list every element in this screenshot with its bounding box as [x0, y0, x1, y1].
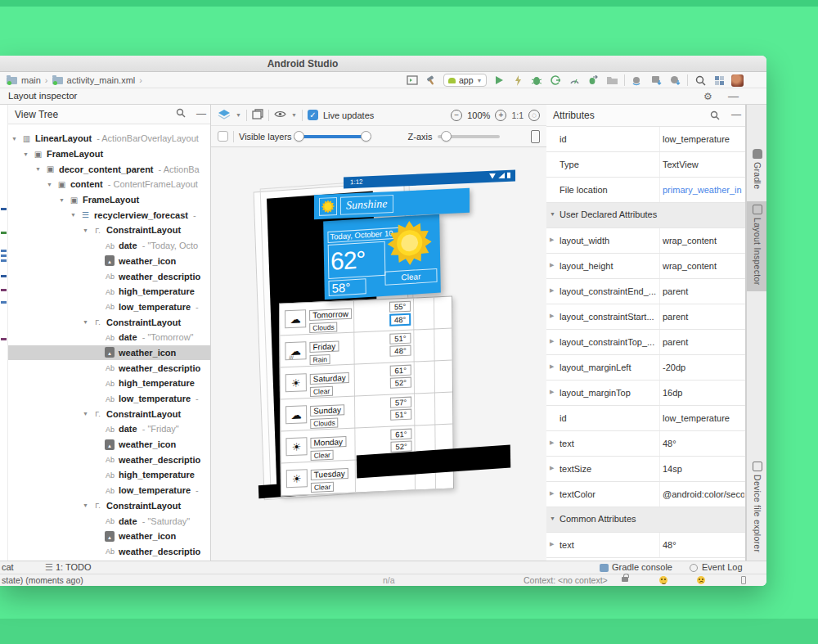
test-runner-icon[interactable]	[587, 74, 600, 87]
zoom-out-icon[interactable]: −	[451, 110, 462, 121]
tree-node[interactable]: ▼ content - ContentFrameLayout	[8, 177, 210, 192]
attribute-value[interactable]: low_temperature	[663, 134, 744, 144]
attribute-value[interactable]: 48°	[663, 540, 744, 550]
forecast-low-temp[interactable]: 52°	[390, 377, 411, 389]
attribute-value[interactable]: wrap_content	[663, 261, 744, 271]
tree-node[interactable]: ▼ ConstraintLayout	[8, 498, 210, 514]
user-avatar[interactable]	[731, 74, 744, 87]
device-orientation-icon[interactable]	[531, 130, 540, 143]
attribute-value[interactable]: parent	[663, 286, 744, 296]
chevron-down-icon[interactable]: ▼	[236, 112, 241, 118]
search-icon[interactable]	[710, 110, 720, 123]
attribute-row[interactable]: ▶ layout_width wrap_content	[546, 228, 745, 254]
forecast-low-temp[interactable]: 52°	[390, 441, 411, 453]
hide-panel-icon[interactable]: —	[196, 108, 206, 119]
attribute-value[interactable]: parent	[663, 312, 744, 322]
apply-changes-icon[interactable]	[511, 74, 524, 87]
expand-arrow-icon[interactable]: ▶	[550, 490, 554, 497]
tab-gradle-console[interactable]: Gradle console	[612, 562, 672, 572]
visible-layers-slider[interactable]	[297, 135, 369, 138]
expand-arrow-icon[interactable]: ▼	[35, 166, 44, 172]
tab-layout-inspector[interactable]: Layout inspector	[8, 91, 77, 101]
zoom-fit-icon[interactable]: ◌	[528, 110, 540, 121]
tree-node[interactable]: ▼ weather_icon	[8, 529, 210, 544]
expand-arrow-icon[interactable]: ▶	[550, 389, 554, 395]
attribute-value[interactable]: 48°	[663, 439, 744, 448]
expand-arrow-icon[interactable]: ▶	[550, 439, 554, 446]
today-weather-card-layer[interactable]: Today, October 10 62° 58° Clear	[323, 214, 441, 300]
window-titlebar[interactable]: Android Studio	[0, 56, 766, 72]
tree-node[interactable]: ▼ low_temperature -	[8, 391, 210, 407]
breadcrumb-file[interactable]: activity_main.xml	[67, 75, 136, 85]
tab-layout-inspector-side[interactable]: Layout Inspector	[747, 201, 766, 291]
tab-logcat[interactable]: cat	[2, 562, 14, 572]
expand-arrow-icon[interactable]: ▼	[83, 411, 92, 417]
expand-arrow-icon[interactable]: ▼	[11, 136, 20, 142]
expand-arrow-icon[interactable]: ▼	[47, 182, 56, 187]
slider-knob-right[interactable]	[361, 131, 371, 142]
snapshot-icon[interactable]	[252, 108, 263, 123]
tree-node[interactable]: ▼ recyclerview_forecast -	[8, 207, 210, 223]
visibility-eye-icon[interactable]	[274, 110, 286, 121]
expand-arrow-icon[interactable]: ▶	[550, 287, 554, 294]
attribute-value[interactable]: -20dp	[663, 363, 744, 372]
attribute-value[interactable]: 14sp	[663, 464, 744, 474]
tree-node[interactable]: ▼ date - "Tomorrow"	[8, 330, 210, 345]
zoom-actual-size[interactable]: 1:1	[511, 110, 524, 120]
slider-knob-left[interactable]	[294, 131, 304, 142]
sdk-manager-icon[interactable]	[649, 74, 663, 87]
tab-device-file-explorer[interactable]: Device file explorer	[747, 458, 766, 558]
happy-feedback-icon[interactable]	[659, 576, 667, 584]
layer-checkbox[interactable]	[218, 131, 228, 142]
expand-arrow-icon[interactable]: ▼	[23, 151, 32, 157]
attribute-row[interactable]: ▶ layout_constraintStart... parent	[546, 304, 745, 330]
attribute-row[interactable]: ▶ layout_height wrap_content	[546, 254, 745, 279]
expand-arrow-icon[interactable]: ▶	[550, 465, 554, 471]
attribute-row[interactable]: ▶ Type TextView	[546, 152, 745, 178]
tree-node[interactable]: ▼ high_temperature	[8, 467, 210, 483]
tree-node[interactable]: ▼ weather_descriptio	[8, 268, 210, 284]
expand-arrow-icon[interactable]: ▶	[550, 363, 554, 370]
attribute-value[interactable]: wrap_content	[663, 236, 744, 245]
attribute-row[interactable]: ▶ File location primary_weather_in	[546, 178, 745, 203]
tree-node[interactable]: ▼ weather_descriptio	[8, 360, 210, 376]
live-updates-checkbox[interactable]: ✓	[308, 110, 318, 120]
tree-node[interactable]: ▼ date - "Today, Octo	[8, 238, 210, 254]
tree-node[interactable]: ▼ weather_descriptio	[8, 452, 210, 467]
forecast-low-temp[interactable]: 48°	[389, 345, 411, 357]
tree-node[interactable]: ▼ date - "Friday"	[8, 421, 210, 437]
zoom-in-icon[interactable]: +	[495, 110, 506, 121]
attribute-value[interactable]: parent	[663, 337, 744, 347]
attribute-row[interactable]: ▶ id low_temperature	[546, 406, 745, 431]
expand-arrow-icon[interactable]: ▶	[550, 338, 554, 345]
attribute-row[interactable]: ▶ id low_temperature	[546, 127, 745, 152]
expand-arrow-icon[interactable]: ▶	[550, 313, 554, 319]
expand-arrow-icon[interactable]: ▶	[550, 541, 554, 547]
attribute-row[interactable]: ▶ layout_constraintEnd_... parent	[546, 279, 745, 304]
attribute-row[interactable]: ▶ text 48°	[546, 533, 745, 558]
sad-feedback-icon[interactable]	[697, 576, 705, 584]
expand-arrow-icon[interactable]: ▼	[70, 212, 79, 218]
tree-node[interactable]: ▼ high_temperature	[8, 376, 210, 391]
attribute-row[interactable]: ▶ layout_marginLeft -20dp	[546, 355, 745, 381]
attribute-value[interactable]: low_temperature	[663, 413, 744, 423]
profiler-icon[interactable]	[568, 74, 581, 87]
tree-node[interactable]: ▼ LinearLayout - ActionBarOverlayLayout	[8, 131, 210, 146]
attribute-value[interactable]: 16dp	[663, 388, 744, 398]
expand-arrow-icon[interactable]: ▼	[83, 227, 92, 233]
attribute-value[interactable]: primary_weather_in	[663, 185, 744, 195]
attribute-value[interactable]: TextView	[663, 160, 744, 169]
attribute-row[interactable]: User Declared Attributes ▶	[546, 203, 745, 228]
attribute-row[interactable]: ▶ textColor @android:color/seco	[546, 482, 745, 507]
tree-node[interactable]: ▼ decor_content_parent - ActionBa	[8, 161, 210, 177]
attribute-row[interactable]: ▶ text 48°	[546, 431, 745, 457]
attribute-value[interactable]: @android:color/seco	[663, 489, 744, 499]
tree-node[interactable]: ▼ ConstraintLayout	[8, 314, 210, 330]
avd-manager-icon[interactable]	[668, 74, 681, 87]
expand-arrow-icon[interactable]: ▼	[83, 319, 92, 325]
tree-node[interactable]: ▼ weather_icon	[8, 437, 210, 453]
search-everywhere-icon[interactable]	[694, 74, 707, 87]
tree-node[interactable]: ▼ FrameLayout	[8, 192, 210, 208]
attach-debugger-icon[interactable]	[549, 74, 562, 87]
tree-node[interactable]: ▼ date - "Saturday"	[8, 513, 210, 529]
